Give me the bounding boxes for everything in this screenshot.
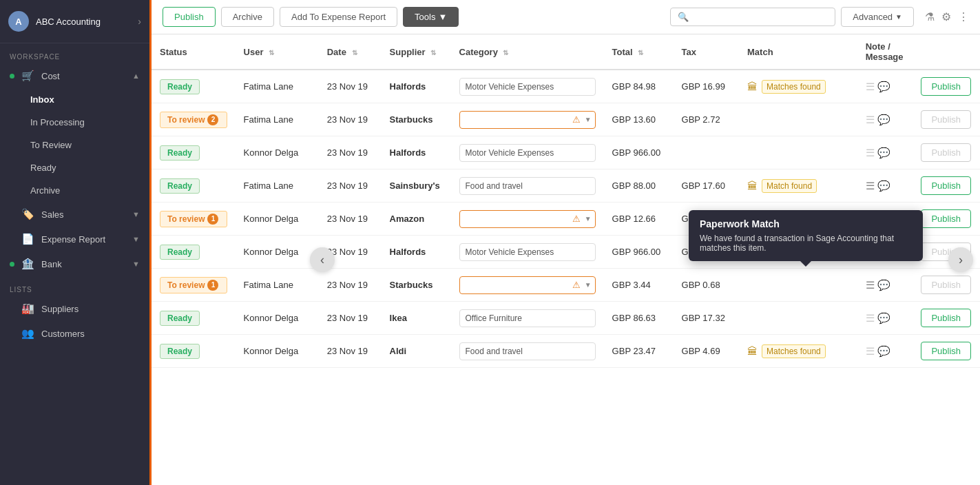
publish-button[interactable]: Publish (163, 7, 216, 27)
table-row: To review 1 Fatima Lane 23 Nov 19 Starbu… (152, 269, 980, 302)
match-status: Matches found (762, 344, 826, 358)
sidebar: A ABC Accounting › WORKSPACE 🛒 Cost ▲ In… (0, 0, 152, 485)
cell-match (739, 269, 857, 302)
cell-note: ☰ 💬 (857, 302, 913, 335)
review-count: 1 (207, 280, 218, 291)
match-cell: 🏛 Match found (747, 179, 849, 193)
scroll-right-arrow[interactable]: › (948, 247, 973, 272)
publish-button[interactable]: Publish (921, 342, 971, 360)
tools-button[interactable]: Tools ▼ (403, 7, 459, 27)
cell-category: Office Furniture (451, 302, 604, 335)
advanced-label: Advanced (853, 12, 893, 22)
sidebar-item-to-review[interactable]: To Review (10, 134, 149, 156)
sidebar-item-customers[interactable]: 👥 Customers (0, 321, 149, 346)
message-icon[interactable]: 💬 (877, 147, 890, 159)
header-match: Match (739, 34, 857, 70)
search-box[interactable]: 🔍 (670, 8, 835, 26)
cell-total: GBP 966.00 (604, 136, 674, 169)
header-category[interactable]: Category ⇅ (451, 34, 604, 70)
sidebar-item-inbox[interactable]: Inbox (10, 88, 149, 111)
settings-icon[interactable]: ⚙ (941, 10, 951, 23)
cell-match: 🏛 Match found (739, 169, 857, 203)
publish-button[interactable]: Publish (921, 143, 971, 162)
archive-button[interactable]: Archive (221, 7, 274, 27)
message-icon[interactable]: 💬 (877, 81, 890, 93)
publish-button[interactable]: Publish (921, 110, 971, 129)
publish-button[interactable]: Publish (921, 209, 971, 228)
note-icon[interactable]: ☰ (866, 279, 875, 291)
message-icon[interactable]: 💬 (877, 279, 890, 291)
dropdown-arrow-icon: ▼ (585, 281, 592, 289)
sidebar-item-sales[interactable]: 🏷️ Sales ▼ (0, 202, 149, 227)
add-expense-button[interactable]: Add To Expense Report (280, 7, 397, 27)
cell-category: Food and travel (451, 335, 604, 368)
category-select[interactable]: Motor Vehicle Expenses (459, 78, 596, 96)
message-icon[interactable]: 💬 (877, 180, 890, 192)
category-select[interactable]: Food and travel (459, 342, 596, 360)
publish-button[interactable]: Publish (921, 309, 971, 327)
sidebar-item-expense-report[interactable]: 📄 Expense Report ▼ (0, 227, 149, 251)
cell-supplier: Starbucks (382, 103, 451, 136)
search-input[interactable] (693, 12, 828, 22)
note-icon[interactable]: ☰ (866, 147, 875, 159)
cell-publish: Publish (913, 103, 980, 136)
advanced-button[interactable]: Advanced ▼ (841, 7, 914, 27)
cell-category: ⚠ ▼ (451, 269, 604, 302)
cell-total: GBP 84.98 (604, 70, 674, 103)
note-icon[interactable]: ☰ (866, 312, 875, 324)
cell-publish: Publish (913, 335, 980, 368)
sidebar-header[interactable]: A ABC Accounting › (0, 0, 149, 43)
chevron-down-icon2: ▼ (132, 235, 140, 243)
sidebar-item-ready[interactable]: Ready (10, 156, 149, 179)
message-icon[interactable]: 💬 (877, 312, 890, 324)
cell-total: GBP 966.00 (604, 236, 674, 269)
category-select[interactable]: Motor Vehicle Expenses (459, 144, 596, 162)
cell-tax: GBP 2.72 (674, 103, 739, 136)
message-icon[interactable]: 💬 (877, 114, 890, 126)
note-icon[interactable]: ☰ (866, 81, 875, 93)
no-dot2 (10, 237, 14, 242)
note-icon[interactable]: ☰ (866, 114, 875, 126)
category-wrapper: Food and travel (459, 342, 596, 360)
publish-button[interactable]: Publish (921, 276, 971, 294)
header-total[interactable]: Total ⇅ (604, 34, 674, 70)
review-count: 2 (207, 114, 218, 125)
more-icon[interactable]: ⋮ (958, 10, 969, 23)
header-supplier[interactable]: Supplier ⇅ (382, 34, 451, 70)
category-wrapper: Motor Vehicle Expenses (459, 78, 596, 96)
status-badge: Ready (160, 344, 200, 359)
note-icon[interactable]: ☰ (866, 180, 875, 192)
sidebar-cost-label: Cost (41, 71, 60, 81)
header-user[interactable]: User ⇅ (236, 34, 319, 70)
sidebar-item-archive[interactable]: Archive (10, 179, 149, 202)
toolbar: Publish Archive Add To Expense Report To… (152, 0, 980, 34)
category-select[interactable]: Office Furniture (459, 309, 596, 327)
sidebar-item-cost[interactable]: 🛒 Cost ▲ (0, 63, 149, 88)
cell-user: Konnor Delga (236, 335, 319, 368)
scroll-left-arrow[interactable]: ‹ (310, 247, 335, 272)
sidebar-item-bank[interactable]: 🏦 Bank ▼ (0, 251, 149, 276)
cell-note: ☰ 💬 (857, 70, 913, 103)
message-icon[interactable]: 💬 (877, 345, 890, 358)
cell-supplier: Halfords (382, 70, 451, 103)
warning-icon: ⚠ (572, 214, 581, 224)
filter-icon[interactable]: ⚗ (925, 10, 935, 23)
publish-button[interactable]: Publish (921, 176, 971, 195)
cell-status: To review 2 (152, 103, 236, 136)
sidebar-item-in-processing[interactable]: In Processing (10, 111, 149, 134)
match-building-icon: 🏛 (747, 180, 758, 192)
cell-category: ⚠ ▼ (451, 103, 604, 136)
status-badge: Ready (160, 145, 200, 161)
cell-tax (674, 136, 739, 169)
status-badge: Ready (160, 178, 200, 194)
ready-label: Ready (30, 163, 56, 173)
category-select[interactable]: Food and travel (459, 177, 596, 195)
category-wrapper: Motor Vehicle Expenses (459, 243, 596, 261)
publish-button[interactable]: Publish (921, 77, 971, 96)
header-date[interactable]: Date ⇅ (319, 34, 382, 70)
sidebar-item-suppliers[interactable]: 🏭 Suppliers (0, 296, 149, 321)
category-select[interactable]: Motor Vehicle Expenses (459, 243, 596, 261)
note-icon[interactable]: ☰ (866, 345, 875, 358)
note-icons: ☰ 💬 (866, 312, 905, 324)
cell-tax: GBP 4.69 (674, 335, 739, 368)
